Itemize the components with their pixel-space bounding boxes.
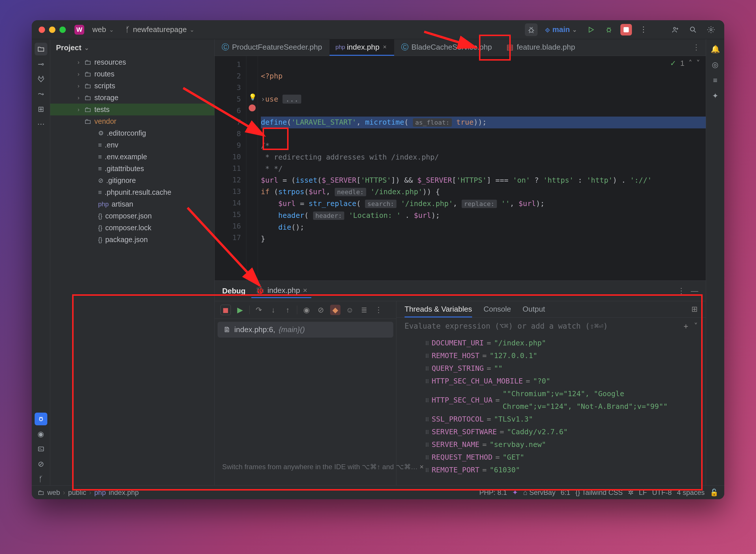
tailwind-status[interactable]: {} Tailwind CSS (575, 489, 623, 497)
variable-row[interactable]: ⁞⁞ REMOTE_PORT = "61030" (425, 464, 698, 477)
code-with-me-icon[interactable] (669, 23, 682, 36)
variable-row[interactable]: ⁞⁞ QUERY_STRING = "" (425, 362, 698, 375)
project-selector[interactable]: web ⌄ (89, 23, 117, 36)
tree-item[interactable]: ⚙.editorconfig (50, 127, 214, 139)
line-ending[interactable]: LF (639, 489, 647, 497)
editor-inspection-widget[interactable]: ✓1 ˄ ˅ (670, 59, 700, 68)
vcs-tool-icon[interactable]: ᚶ (35, 473, 47, 485)
database-icon[interactable]: ≡ (709, 74, 722, 87)
more-run-icon[interactable]: ⋮ (637, 23, 650, 36)
run-button[interactable] (585, 23, 597, 36)
close-window-icon[interactable] (39, 26, 45, 33)
ai-status-icon[interactable]: ✦ (512, 489, 518, 497)
variable-row[interactable]: ⁞⁞ REQUEST_METHOD = "GET" (425, 451, 698, 464)
terminal-tool-icon[interactable] (35, 443, 47, 455)
editor-tab[interactable]: ⒸBladeCacheService.php (394, 39, 499, 56)
breadcrumb[interactable]: 🗀web ›public ›php index.php (38, 489, 139, 497)
tree-item[interactable]: ›🗀routes (50, 68, 214, 80)
copilot-icon[interactable]: ✦ (709, 90, 722, 102)
variable-row[interactable]: ⁞⁞ HTTP_SEC_CH_UA_MOBILE = "?0" (425, 375, 698, 388)
mute-breakpoints-icon[interactable]: ⊘ (316, 305, 326, 315)
commit-tool-icon[interactable]: ⊸ (35, 58, 47, 70)
more-icon[interactable]: ⋮ (678, 286, 685, 295)
problems-tool-icon[interactable]: ⊘ (35, 458, 47, 470)
project-badge[interactable]: W (74, 25, 84, 35)
stop-debug-icon[interactable]: ◼ (220, 305, 231, 315)
project-sidebar-header[interactable]: Project ⌄ (50, 39, 214, 56)
tree-item[interactable]: ≡.phpunit.result.cache (50, 186, 214, 198)
tree-item[interactable]: ≡.env (50, 139, 214, 151)
editor-tab[interactable]: ⒸProductFeatureSeeder.php (215, 39, 329, 56)
tree-item[interactable]: ›🗀scripts (50, 80, 214, 92)
resume-icon[interactable]: ▶ (235, 305, 245, 315)
more-tools-icon[interactable]: ⋯ (35, 118, 47, 130)
watches-icon[interactable]: ☺ (344, 305, 355, 315)
chevron-down-icon[interactable]: ˅ (696, 59, 700, 68)
tree-item[interactable]: 🗀vendor (50, 115, 214, 127)
php-version[interactable]: PHP: 8.1 (479, 489, 507, 497)
debug-tool-icon[interactable] (35, 412, 47, 425)
window-controls[interactable] (39, 26, 66, 33)
chevron-down-icon[interactable]: ˅ (694, 322, 698, 330)
notifications-icon[interactable]: 🔔 (709, 43, 722, 55)
pull-requests-icon[interactable]: ⤳ (35, 88, 47, 100)
variable-row[interactable]: ⁞⁞ HTTP_SEC_CH_UA = ""Chromium";v="124",… (425, 388, 698, 413)
readonly-icon[interactable]: 🔓 (710, 489, 718, 497)
variable-row[interactable]: ⁞⁞ SERVER_SOFTWARE = "Caddy/v2.7.6" (425, 426, 698, 438)
tree-item[interactable]: ≡.gitattributes (50, 163, 214, 175)
indent[interactable]: 4 spaces (677, 489, 705, 497)
tree-item[interactable]: {}package.json (50, 234, 214, 245)
maximize-window-icon[interactable] (59, 26, 66, 33)
vcs-widget[interactable]: ⟐main⌄ (543, 23, 579, 36)
tree-item[interactable]: {}composer.lock (50, 222, 214, 234)
ai-assistant-icon[interactable]: ◎ (709, 58, 722, 71)
tree-item[interactable]: ⊘.gitignore (50, 175, 214, 186)
threads-tab[interactable]: Threads & Variables (404, 305, 472, 317)
close-icon[interactable]: × (303, 286, 307, 295)
editor-tab[interactable]: phpindex.php× (329, 39, 394, 56)
debug-session-tab[interactable]: 🐞 index.php × (251, 284, 311, 298)
branch-selector[interactable]: ᚶ newfeaturepage ⌄ (122, 23, 198, 36)
more-debug-icon[interactable]: ⋮ (373, 305, 384, 315)
debug-button[interactable] (602, 23, 615, 36)
minimize-window-icon[interactable] (49, 26, 55, 33)
encoding[interactable]: UTF-8 (652, 489, 672, 497)
step-over-icon[interactable]: ↷ (254, 305, 264, 315)
stop-button[interactable] (620, 24, 632, 36)
tabs-more-icon[interactable]: ⋮ (687, 39, 706, 56)
project-tree[interactable]: ›🗀resources›🗀routes›🗀scripts›🗀storage›🗀t… (50, 56, 214, 485)
stack-frame[interactable]: 🗎 index.php:6, {main}() (218, 322, 393, 338)
breakpoint-icon[interactable] (249, 104, 256, 111)
step-out-icon[interactable]: ↑ (282, 305, 293, 315)
settings-icon[interactable] (705, 23, 717, 36)
close-icon[interactable]: × (383, 43, 387, 51)
variable-row[interactable]: ⁞⁞ SSL_PROTOCOL = "TLSv1.3" (425, 413, 698, 426)
search-icon[interactable] (687, 23, 699, 36)
console-tab[interactable]: Console (484, 305, 511, 314)
tree-item[interactable]: ›🗀resources (50, 56, 214, 68)
code-editor[interactable]: <?php ›use ... define('LARAVEL_START', m… (258, 56, 706, 280)
variable-row[interactable]: ⁞⁞ REMOTE_HOST = "127.0.0.1" (425, 349, 698, 362)
tree-item[interactable]: ≡.env.example (50, 151, 214, 163)
output-tab[interactable]: Output (523, 305, 545, 314)
variables-list[interactable]: ⁞⁞ DOCUMENT_URI = "/index.php"⁞⁞ REMOTE_… (396, 334, 706, 485)
filter-icon[interactable]: ≣ (359, 305, 369, 315)
server-status[interactable]: ⌂ ServBay (523, 489, 555, 497)
layout-icon[interactable]: ⊞ (691, 305, 698, 314)
cursor-position[interactable]: 6:1 (561, 489, 570, 497)
tree-item[interactable]: phpartisan (50, 198, 214, 210)
project-tool-icon[interactable] (35, 43, 47, 55)
step-into-icon[interactable]: ↓ (268, 305, 278, 315)
variable-row[interactable]: ⁞⁞ DOCUMENT_URI = "/index.php" (425, 337, 698, 349)
debug-listen-button[interactable] (525, 23, 538, 36)
breakpoint-gutter[interactable]: 💡 (247, 56, 258, 280)
services-tool-icon[interactable]: ◉ (35, 428, 47, 440)
evaluate-icon[interactable]: ◆ (330, 305, 340, 315)
chevron-up-icon[interactable]: ˄ (689, 59, 692, 68)
variable-row[interactable]: ⁞⁞ SERVER_NAME = "servbay.new" (425, 438, 698, 451)
tree-item[interactable]: ›🗀storage (50, 92, 214, 104)
intention-bulb-icon[interactable]: 💡 (249, 94, 257, 101)
structure-tool-icon[interactable]: ⊞ (35, 103, 47, 115)
evaluate-expression-input[interactable]: Evaluate expression (⌥⌘) or add a watch … (396, 318, 706, 334)
gitlab-tool-icon[interactable] (35, 73, 47, 86)
